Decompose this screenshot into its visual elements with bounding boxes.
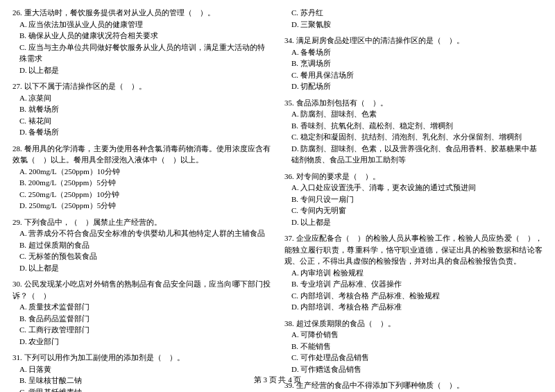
- page: 26. 重大活动时，餐饮服务提供者对从业人员的管理（ ）。 A. 应当依法加强从…: [0, 0, 555, 392]
- content-area: 26. 重大活动时，餐饮服务提供者对从业人员的管理（ ）。 A. 应当依法加强从…: [12, 7, 543, 392]
- question-30: 30. 公民发现某小吃店对外销售的熟制品有食品安全问题，应当向哪下部门投诉？（ …: [12, 278, 271, 347]
- question-34: 34. 满足厨房食品处理区中的清洁操作区的是（ ）。 A. 备餐场所 B. 烹调…: [284, 35, 543, 92]
- question-33-continued: C. 苏丹红 D. 三聚氰胺: [284, 7, 543, 30]
- question-31: 31. 下列可以用作为加工副使用的添加剂是（ ）。 A. 日落黄 B. 呈味核甘…: [12, 352, 271, 392]
- question-36: 36. 对专间的要求是（ ）。 A. 入口处应设置洗手、消毒，更衣设施的通过式预…: [284, 171, 543, 228]
- left-column: 26. 重大活动时，餐饮服务提供者对从业人员的管理（ ）。 A. 应当依法加强从…: [12, 7, 271, 392]
- question-35: 35. 食品添加剂包括有（ ）。 A. 防腐剂、甜味剂、色素 B. 香味剂、抗氧…: [284, 97, 543, 166]
- question-27: 27. 以下不属于清洁操作区的是（ ）。 A. 凉菜间 B. 就餐场所 C. 裱…: [12, 80, 271, 138]
- page-footer: 第 3 页 共 4 页: [0, 375, 555, 385]
- question-28: 28. 餐用具的化学消毒，主要为使用各种含氯消毒药物消毒。使用浓度应含有效氯（ …: [12, 143, 271, 212]
- right-column: C. 苏丹红 D. 三聚氰胺 34. 满足厨房食品处理区中的清洁操作区的是（ ）…: [284, 7, 543, 392]
- question-37: 37. 企业应配备合（ ）的检验人员从事检验工作，检验人员应热爱（ ），能独立履…: [284, 232, 543, 313]
- question-38: 38. 超过保质期限的食品（ ）。 A. 可降价销售 B. 不能销售 C. 可作…: [284, 318, 543, 375]
- question-29: 29. 下列食品中，（ ）属禁止生产经营的。 A. 营养成分不符合食品安全标准的…: [12, 216, 271, 274]
- question-26: 26. 重大活动时，餐饮服务提供者对从业人员的管理（ ）。 A. 应当依法加强从…: [12, 7, 271, 76]
